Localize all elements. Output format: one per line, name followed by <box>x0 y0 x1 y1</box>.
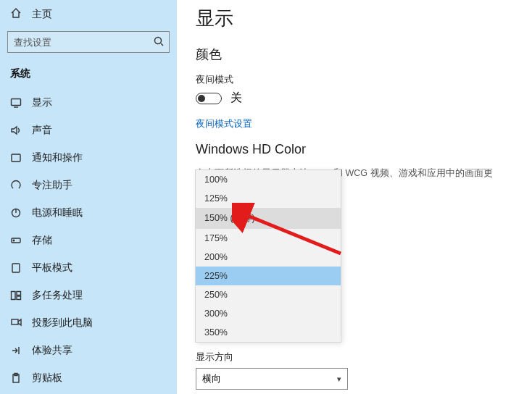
sidebar-item-focus[interactable]: 专注助手 <box>0 172 177 199</box>
svg-point-0 <box>155 37 162 43</box>
sidebar-item-tablet[interactable]: 平板模式 <box>0 254 177 282</box>
scale-option[interactable]: 150% (推荐) <box>196 208 341 229</box>
scale-dropdown-list[interactable]: 100%125%150% (推荐)175%200%225%250%300%350… <box>196 170 341 342</box>
settings-sidebar: 主页 系统 显示 声音 通知和操作 专注助手 电源和睡眠 存储 <box>0 0 177 394</box>
night-mode-state: 关 <box>230 91 242 106</box>
night-mode-label: 夜间模式 <box>196 69 518 86</box>
sidebar-item-label: 投影到此电脑 <box>32 317 93 330</box>
focus-icon <box>10 180 22 191</box>
night-mode-settings-link[interactable]: 夜间模式设置 <box>196 110 518 130</box>
svg-rect-9 <box>17 296 21 300</box>
svg-rect-10 <box>12 319 18 324</box>
night-mode-toggle-row: 关 <box>196 86 518 110</box>
project-icon <box>10 317 22 329</box>
home-label: 主页 <box>32 8 52 21</box>
sidebar-item-label: 存储 <box>32 234 52 247</box>
orientation-select[interactable]: 横向 ▾ <box>196 368 348 390</box>
hd-color-heading: Windows HD Color <box>196 130 518 163</box>
color-heading: 颜色 <box>196 34 518 69</box>
sidebar-item-label: 专注助手 <box>32 179 72 192</box>
sidebar-item-multitask[interactable]: 多任务处理 <box>0 282 177 309</box>
search-icon <box>149 35 169 49</box>
monitor-icon <box>10 97 22 109</box>
sidebar-group-title: 系统 <box>0 60 177 89</box>
notification-icon <box>10 152 22 164</box>
svg-rect-6 <box>12 264 20 272</box>
svg-point-5 <box>13 240 14 241</box>
scale-option[interactable]: 300% <box>196 304 341 323</box>
scale-option[interactable]: 175% <box>196 229 341 248</box>
sidebar-item-label: 声音 <box>32 124 52 137</box>
sidebar-item-notifications[interactable]: 通知和操作 <box>0 144 177 172</box>
power-icon <box>10 207 22 219</box>
scale-option[interactable]: 350% <box>196 323 341 342</box>
multitask-icon <box>10 290 22 301</box>
share-icon <box>10 345 22 356</box>
search-box[interactable] <box>7 31 170 53</box>
sidebar-item-power[interactable]: 电源和睡眠 <box>0 199 177 227</box>
home-icon <box>10 7 22 21</box>
night-mode-toggle[interactable] <box>196 93 222 104</box>
sidebar-item-label: 平板模式 <box>32 261 72 274</box>
sidebar-item-sound[interactable]: 声音 <box>0 117 177 144</box>
clipboard-icon <box>10 372 22 384</box>
svg-rect-8 <box>17 292 21 296</box>
sidebar-item-clipboard[interactable]: 剪贴板 <box>0 364 177 392</box>
sidebar-item-label: 通知和操作 <box>32 151 83 164</box>
sidebar-item-shared[interactable]: 体验共享 <box>0 337 177 364</box>
sidebar-nav-list: 显示 声音 通知和操作 专注助手 电源和睡眠 存储 平板模式 多任务处理 <box>0 89 177 392</box>
sidebar-item-storage[interactable]: 存储 <box>0 227 177 254</box>
sidebar-item-display[interactable]: 显示 <box>0 89 177 117</box>
storage-icon <box>10 235 22 246</box>
sidebar-item-project[interactable]: 投影到此电脑 <box>0 309 177 337</box>
orientation-section: 显示方向 横向 ▾ <box>196 346 348 390</box>
scale-option[interactable]: 225% <box>196 267 341 285</box>
chevron-down-icon: ▾ <box>337 374 341 384</box>
svg-rect-2 <box>12 154 20 162</box>
orientation-value: 横向 <box>202 372 221 385</box>
tablet-icon <box>10 262 22 274</box>
svg-rect-7 <box>12 292 16 300</box>
speaker-icon <box>10 125 22 136</box>
sidebar-item-label: 剪贴板 <box>32 372 62 385</box>
search-input[interactable] <box>8 37 149 48</box>
sidebar-item-label: 电源和睡眠 <box>32 206 83 219</box>
home-row[interactable]: 主页 <box>0 0 177 25</box>
svg-rect-1 <box>12 99 21 106</box>
scale-option[interactable]: 200% <box>196 248 341 267</box>
sidebar-item-label: 体验共享 <box>32 344 72 357</box>
scale-option[interactable]: 125% <box>196 189 341 208</box>
scale-option[interactable]: 250% <box>196 285 341 304</box>
page-title: 显示 <box>196 0 518 34</box>
orientation-label: 显示方向 <box>196 346 348 364</box>
sidebar-item-label: 多任务处理 <box>32 289 83 302</box>
scale-option[interactable]: 100% <box>196 170 341 189</box>
sidebar-item-label: 显示 <box>32 96 52 109</box>
